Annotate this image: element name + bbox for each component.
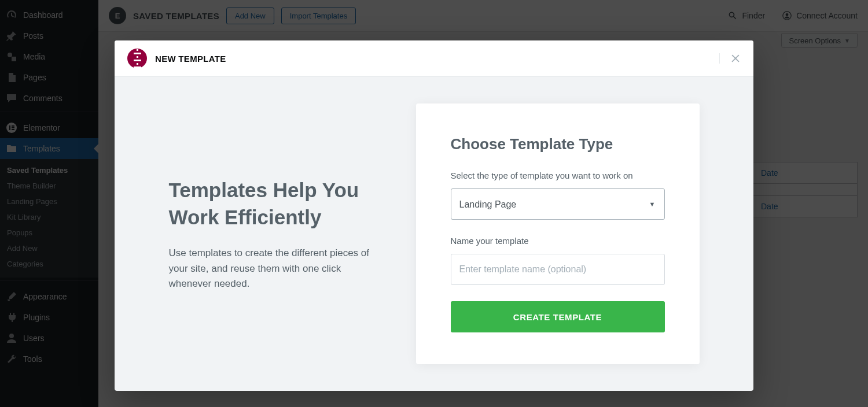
create-template-button[interactable]: CREATE TEMPLATE	[451, 301, 665, 332]
template-name-label: Name your template	[451, 236, 665, 246]
close-icon	[730, 53, 741, 64]
modal-heading: Templates Help You Work Efficiently	[169, 176, 377, 231]
elementor-logo-icon	[127, 49, 147, 68]
form-title: Choose Template Type	[451, 135, 665, 153]
template-type-label: Select the type of template you want to …	[451, 171, 665, 180]
new-template-modal: NEW TEMPLATE Templates Help You Work Eff…	[115, 40, 753, 391]
modal-header: NEW TEMPLATE	[115, 40, 753, 77]
template-name-input[interactable]	[451, 254, 665, 285]
template-form: Choose Template Type Select the type of …	[416, 103, 700, 364]
template-type-select-wrap: Landing Page ▼	[451, 188, 665, 220]
modal-title: NEW TEMPLATE	[155, 54, 226, 64]
template-type-select[interactable]: Landing Page	[451, 188, 665, 220]
modal-body: Templates Help You Work Efficiently Use …	[115, 77, 753, 391]
modal-intro: Templates Help You Work Efficiently Use …	[169, 176, 377, 292]
modal-close-button[interactable]	[719, 53, 741, 64]
modal-description: Use templates to create the different pi…	[169, 246, 377, 291]
